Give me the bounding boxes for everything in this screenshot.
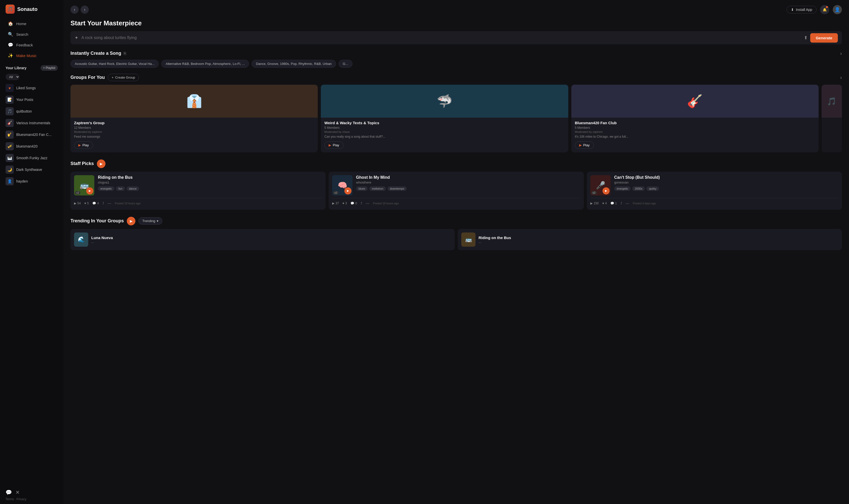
cant-stop-more-options-button[interactable]: ···	[626, 201, 629, 206]
instantly-create-title: Instantly Create a Song	[71, 51, 121, 56]
riding-bus-play-button[interactable]: ▶	[86, 187, 93, 195]
tag-2000s[interactable]: 2000s	[632, 186, 645, 191]
group-weird-title: Weird & Wacky Texts & Topics	[324, 121, 564, 125]
copy-icon[interactable]: ⎘	[124, 51, 126, 56]
library-item-smooth[interactable]: 🎹 Smooth Funky Jazz	[0, 152, 64, 164]
trending-card-riding-bus: 🚌 Riding on the Bus ...	[458, 229, 842, 250]
cant-stop-play-count: ▶ 150	[590, 201, 599, 205]
tag-energetic[interactable]: energetic	[98, 186, 114, 191]
ghost-share-icon[interactable]: ⤴	[361, 201, 362, 205]
library-item-bluesman-club[interactable]: 🎷 Bluesman420 Fan C...	[0, 129, 64, 141]
riding-bus-trending-title: Riding on the Bus	[478, 235, 511, 240]
main-content: ‹ › ⬇ Install App 🔔 👤 Start Your Masterp…	[64, 0, 849, 504]
ghost-more-options-button[interactable]: ···	[366, 201, 369, 206]
share-icon[interactable]: ⤴	[103, 201, 104, 205]
riding-bus-image: 🚌 ▶ v2	[74, 175, 94, 196]
play-icon-2: ▶	[332, 201, 335, 205]
group-bluesman-play-button[interactable]: ▶ Play	[575, 142, 594, 149]
chip-2[interactable]: Dance, Groove, 1980s, Pop, Rhythmic, R&B…	[252, 60, 336, 68]
twitter-icon[interactable]: ✕	[16, 489, 20, 496]
ghost-tags: blues mellotron downtempo	[356, 186, 580, 191]
upload-icon[interactable]: ⬆	[804, 35, 808, 40]
library-item-bluesman420[interactable]: 🎺 bluesman420	[0, 141, 64, 152]
groups-next-button[interactable]: ›	[840, 74, 842, 80]
cant-stop-play-button[interactable]: ▶	[602, 187, 610, 195]
group-weird-members: 5 Members	[324, 126, 564, 129]
add-playlist-button[interactable]: + Playlist	[40, 65, 58, 71]
group-weird-play-button[interactable]: ▶ Play	[324, 142, 343, 149]
library-item-liked[interactable]: ♥ Liked Songs	[0, 82, 64, 94]
tag-blues[interactable]: blues	[356, 186, 368, 191]
library-item-hayden[interactable]: 👤 hayden	[0, 176, 64, 187]
app-name: Sonauto	[17, 6, 38, 12]
tag-downtempo[interactable]: downtempo	[387, 186, 407, 191]
nav-feedback[interactable]: 💬 Feedback	[2, 40, 61, 50]
heart-icon-2: ♥	[342, 201, 344, 205]
post-time: Posted 19 hours ago	[115, 202, 141, 205]
main-nav: 🏠 Home 🔍 Search 💬 Feedback ✨ Make Music	[0, 18, 64, 61]
play-triangle-icon-3: ▶	[579, 143, 582, 147]
tag-quirky[interactable]: quirky	[646, 186, 659, 191]
song-search-input[interactable]	[82, 36, 801, 40]
install-app-button[interactable]: ⬇ Install App	[787, 6, 816, 14]
play-triangle-icon: ▶	[78, 143, 81, 147]
staff-card-ghost: 🧠 ▶ v2 Ghost In My Mind whosthere blues …	[329, 172, 584, 210]
home-icon: 🏠	[7, 21, 13, 26]
logo[interactable]: 🎵 Sonauto	[0, 4, 64, 18]
group-card-zaptrem: 👔 Zaptrem's Group 12 Members Moderated b…	[71, 85, 318, 152]
library-filter-select[interactable]: All	[5, 74, 19, 80]
trending-card-luna: 🌊 Luna Nueva ...	[71, 229, 455, 250]
cant-stop-share-icon[interactable]: ⤴	[620, 201, 622, 205]
ghost-image: 🧠 ▶ v2	[332, 175, 353, 196]
privacy-link[interactable]: Privacy	[17, 498, 26, 501]
user-avatar-button[interactable]: 👤	[833, 5, 842, 14]
library-item-quitbutton[interactable]: 🎵 quitbutton	[0, 106, 64, 117]
back-button[interactable]: ‹	[71, 5, 78, 14]
notifications-button[interactable]: 🔔	[820, 5, 829, 14]
create-group-button[interactable]: + Create Group	[108, 74, 139, 81]
instantly-create-next-button[interactable]: ›	[840, 51, 842, 56]
chip-1[interactable]: Alternative R&B, Bedroom Pop, Atmospheri…	[161, 60, 249, 68]
tag-mellotron[interactable]: mellotron	[369, 186, 386, 191]
dark-synthwave-icon: 🌙	[5, 165, 14, 174]
library-filter-row: All	[0, 73, 64, 82]
group-zaptrem-desc: Feed me soooongs	[74, 134, 314, 139]
staff-picks-play-all-button[interactable]: ▶	[97, 160, 106, 168]
bluesman420-icon: 🎺	[5, 142, 14, 150]
riding-bus-tags: energetic fun dance	[98, 186, 322, 191]
group-bluesman-mod: Moderated by zaptrem	[575, 130, 815, 133]
riding-bus-title: Riding on the Bus	[98, 175, 322, 180]
tag-energetic-2[interactable]: energetic	[614, 186, 631, 191]
make-music-icon: ✨	[7, 53, 13, 58]
cant-stop-tags: energetic 2000s quirky	[614, 186, 838, 191]
discord-icon[interactable]: 💬	[5, 489, 12, 496]
library-item-posts[interactable]: 📝 Your Posts	[0, 94, 64, 106]
trending-row: 🌊 Luna Nueva ... 🚌 Riding on the Bus ...	[71, 229, 842, 250]
staff-picks-title: Staff Picks	[71, 161, 94, 166]
search-bar: ✦ ⬆ Generate	[71, 31, 842, 44]
trending-filter-button[interactable]: Trending ▾	[139, 217, 162, 224]
group-zaptrem-play-button[interactable]: ▶ Play	[74, 142, 93, 149]
like-count: ♥ 5	[84, 201, 89, 205]
ghost-play-button[interactable]: ▶	[344, 187, 351, 195]
search-bar-actions: ⬆ Generate	[804, 33, 838, 42]
ghost-comment-count: 💬 0	[350, 201, 357, 205]
nav-make-music[interactable]: ✨ Make Music	[2, 51, 61, 61]
tag-fun[interactable]: fun	[116, 186, 125, 191]
terms-link[interactable]: Terms	[5, 498, 14, 501]
install-icon: ⬇	[791, 7, 794, 12]
forward-button[interactable]: ›	[80, 5, 89, 14]
chip-0[interactable]: Acoustic Guitar, Hard Rock, Electric Gui…	[71, 60, 159, 68]
chip-3[interactable]: G...	[339, 60, 353, 68]
library-item-dark[interactable]: 🌙 Dark Synthwave	[0, 164, 64, 176]
nav-search[interactable]: 🔍 Search	[2, 29, 61, 39]
group-bluesman-title: Bluesman420 Fan Club	[575, 121, 815, 125]
library-item-various[interactable]: 🎸 Various Instrumentals	[0, 117, 64, 129]
trending-play-all-button[interactable]: ▶	[127, 217, 136, 226]
more-options-button[interactable]: ···	[108, 201, 111, 206]
nav-home[interactable]: 🏠 Home	[2, 18, 61, 29]
group-bluesman-members: 5 Members	[575, 126, 815, 129]
tag-dance[interactable]: dance	[127, 186, 139, 191]
generate-button[interactable]: Generate	[810, 33, 838, 42]
group-zaptrem-members: 12 Members	[74, 126, 314, 129]
